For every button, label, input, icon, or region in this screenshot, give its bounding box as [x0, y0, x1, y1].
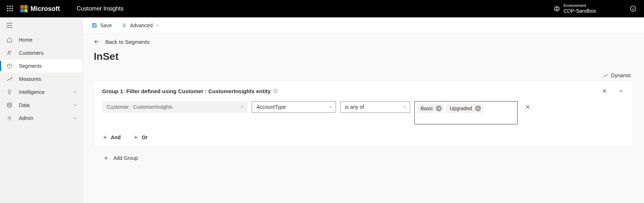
remove-chip-icon[interactable]: ✕	[475, 105, 481, 111]
gear-icon	[121, 22, 127, 28]
sidebar-item-label: Home	[19, 37, 32, 43]
operator-select-value: is any of	[345, 104, 364, 110]
svg-point-11	[631, 6, 636, 12]
remove-filter-icon[interactable]	[522, 101, 534, 113]
chevron-down-icon	[73, 116, 77, 120]
plus-icon	[102, 134, 108, 140]
sidebar-item-customers[interactable]: Customers	[0, 46, 82, 59]
app-header: Microsoft Customer Insights Environment …	[0, 0, 644, 17]
arrow-left-icon	[94, 38, 100, 45]
svg-point-24	[123, 25, 125, 26]
delete-group-icon[interactable]	[601, 87, 608, 95]
environment-name: CDP-Sandbox	[564, 8, 596, 14]
svg-rect-6	[7, 10, 8, 11]
entity-select-value: Customer : CustomerInsights	[107, 104, 173, 110]
sidebar-item-data[interactable]: Data	[0, 99, 82, 112]
sidebar-item-admin[interactable]: Admin	[0, 112, 82, 125]
operator-select[interactable]: is any of	[340, 101, 410, 113]
feedback-icon[interactable]	[627, 2, 640, 15]
svg-rect-7	[9, 10, 11, 11]
group-title: Group 1: Filter defined using Customer :…	[102, 88, 278, 94]
ms-logo: Microsoft	[20, 5, 60, 13]
app-launcher-icon[interactable]	[1, 0, 19, 17]
attribute-select[interactable]: AccountType	[252, 101, 336, 113]
svg-rect-23	[93, 25, 96, 27]
chevron-down-icon	[402, 105, 407, 109]
chevron-down-icon	[155, 23, 160, 28]
chevron-down-icon	[73, 103, 77, 107]
gear-icon	[7, 115, 12, 121]
collapse-group-icon[interactable]	[617, 87, 625, 95]
svg-rect-1	[9, 6, 11, 7]
header-left: Microsoft Customer Insights	[1, 0, 123, 17]
filter-row-1: Customer : CustomerInsights AccountType …	[102, 101, 625, 124]
chevron-down-icon	[240, 105, 244, 109]
main-content: Save Advanced Back to Segments InSet Dyn…	[83, 17, 644, 203]
environment-text: Environment CDP-Sandbox	[564, 3, 596, 14]
dynamic-label: Dynamic	[611, 72, 631, 78]
attribute-select-value: AccountType	[256, 104, 286, 110]
save-icon	[92, 22, 97, 28]
sidebar-item-measures[interactable]: Measures	[0, 72, 82, 86]
sidebar-item-intelligence[interactable]: Intelligence	[0, 86, 82, 99]
environment-icon	[554, 5, 560, 12]
advanced-button[interactable]: Advanced	[119, 20, 162, 31]
plus-icon	[103, 155, 109, 161]
environment-label: Environment	[564, 3, 596, 8]
sidebar-item-label: Data	[19, 102, 30, 108]
linechart-icon	[603, 72, 608, 78]
remove-chip-icon[interactable]: ✕	[436, 105, 442, 111]
app-name: Customer Insights	[77, 5, 123, 12]
svg-point-13	[634, 8, 634, 8]
sidebar: Home Customers Segments Measures Intelli…	[0, 17, 83, 203]
svg-rect-5	[12, 8, 13, 9]
home-icon	[7, 37, 12, 43]
entity-select: Customer : CustomerInsights	[102, 101, 247, 113]
group-card-1: Group 1: Filter defined using Customer :…	[94, 80, 633, 147]
svg-rect-3	[7, 8, 8, 9]
plus-icon	[133, 134, 139, 140]
add-group-label: Add Group	[113, 155, 138, 161]
save-label: Save	[100, 22, 112, 28]
info-icon[interactable]	[273, 88, 278, 94]
add-or-button[interactable]: Or	[133, 134, 147, 140]
value-multiselect[interactable]: Basic ✕ Upgraded ✕	[414, 101, 518, 124]
ms-logo-icon	[20, 5, 28, 12]
measures-icon	[7, 76, 12, 82]
ms-logo-text: Microsoft	[31, 5, 60, 13]
advanced-label: Advanced	[130, 22, 153, 28]
save-button[interactable]: Save	[89, 20, 114, 31]
value-chip: Upgraded ✕	[446, 104, 483, 113]
svg-point-20	[8, 103, 12, 104]
segment-type-dynamic[interactable]: Dynamic	[603, 72, 631, 78]
chip-label: Upgraded	[450, 105, 472, 111]
svg-rect-22	[93, 23, 95, 24]
segments-icon	[7, 63, 12, 69]
group-title-text: Group 1: Filter defined using Customer :…	[102, 88, 271, 94]
command-bar: Save Advanced	[83, 17, 644, 33]
back-link-label: Back to Segments	[105, 39, 150, 45]
sidebar-item-segments[interactable]: Segments	[0, 59, 82, 72]
add-group-button[interactable]: Add Group	[102, 155, 633, 161]
data-icon	[7, 102, 12, 108]
svg-point-21	[9, 117, 10, 119]
and-label: And	[111, 134, 121, 140]
chevron-down-icon	[73, 90, 77, 94]
svg-point-12	[632, 8, 632, 8]
environment-switcher[interactable]: Environment CDP-Sandbox	[554, 3, 596, 14]
value-chip: Basic ✕	[417, 104, 444, 113]
svg-rect-8	[12, 10, 13, 11]
svg-rect-4	[9, 8, 11, 9]
svg-point-17	[8, 51, 9, 53]
add-and-button[interactable]: And	[102, 134, 121, 140]
svg-rect-0	[7, 6, 8, 7]
sidebar-item-label: Segments	[19, 63, 42, 69]
sidebar-item-label: Admin	[19, 115, 33, 121]
sidebar-item-home[interactable]: Home	[0, 33, 82, 46]
sidebar-item-label: Customers	[19, 50, 44, 56]
back-to-segments-link[interactable]: Back to Segments	[94, 38, 633, 45]
svg-rect-2	[12, 6, 13, 7]
sidebar-item-label: Intelligence	[19, 89, 45, 95]
hamburger-icon[interactable]	[0, 17, 82, 33]
svg-point-27	[275, 90, 276, 90]
